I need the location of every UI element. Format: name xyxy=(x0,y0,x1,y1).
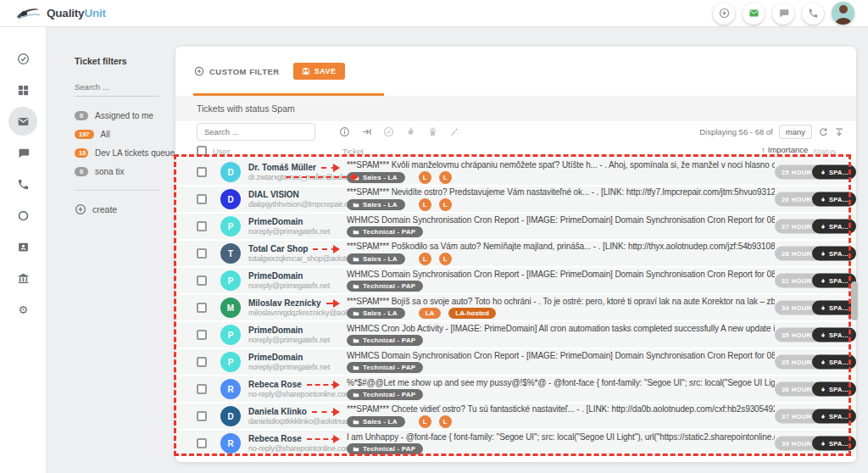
sidebar-item-chats[interactable] xyxy=(8,138,37,167)
column-header-ticket[interactable]: Ticket xyxy=(333,147,761,156)
row-checkbox[interactable] xyxy=(197,384,207,394)
filter-item[interactable]: 0 Assigned to me xyxy=(75,109,167,123)
toolbar-resolve-button[interactable] xyxy=(383,126,394,137)
ticket-subject[interactable]: ***SPAM*** Nevidíte ostro? Predstavujeme… xyxy=(347,187,775,197)
row-checkbox[interactable] xyxy=(197,221,207,231)
ticket-subject[interactable]: WHMCS Domain Synchronisation Cron Report… xyxy=(347,351,775,360)
ticket-row[interactable]: D DIAL VISION dialqxjythhvision@lmpcrepa… xyxy=(175,186,856,214)
tag-badge[interactable]: L xyxy=(439,171,452,184)
user-name[interactable]: PrimeDomain xyxy=(248,271,303,281)
row-checkbox[interactable] xyxy=(197,303,207,313)
ticket-subject[interactable]: WHMCS Domain Synchronisation Cron Report… xyxy=(347,215,775,225)
page-count-button[interactable]: many xyxy=(779,125,812,139)
tag-badge[interactable]: L xyxy=(419,198,431,211)
user-name[interactable]: PrimeDomain xyxy=(248,326,303,335)
ticket-row[interactable]: P PrimeDomain noreply@primegatefx.net WH… xyxy=(175,349,856,376)
row-checkbox[interactable] xyxy=(197,330,207,340)
ticket-filters-panel: Ticket filters 0 Assigned to me 197 All … xyxy=(47,27,175,473)
column-header-importance[interactable]: ↑ Importance xyxy=(761,145,808,158)
sidebar-item-to-solve[interactable] xyxy=(8,44,37,73)
folder-icon xyxy=(353,202,359,209)
top-phone-button[interactable] xyxy=(802,3,824,25)
create-filter-button[interactable]: create xyxy=(75,203,167,215)
ticket-subject[interactable]: ***SPAM*** Chcete vidieť ostro? Tu sú fa… xyxy=(347,404,775,414)
ticket-subject[interactable]: %*$#@@Let me show up and see my pussy@!$… xyxy=(347,378,775,387)
row-checkbox[interactable] xyxy=(197,411,207,421)
filters-search-input[interactable] xyxy=(75,81,159,97)
tag-badge[interactable]: L xyxy=(439,198,452,211)
row-checkbox[interactable] xyxy=(197,275,207,286)
filter-label: Dev LA tickets queue • xyxy=(95,148,180,158)
row-checkbox[interactable] xyxy=(197,194,207,204)
ticket-subject[interactable]: I am Unhappy - @font-face { font-family:… xyxy=(347,432,775,442)
tag-badge[interactable]: L xyxy=(419,253,431,265)
ticket-subject[interactable]: ***SPAM*** Bojíš sa o svoje auto? Toto h… xyxy=(347,297,775,306)
ticket-search-input[interactable] xyxy=(197,123,315,141)
ticket-row[interactable]: P PrimeDomain noreply@primegatefx.net WH… xyxy=(175,214,856,241)
tag-badge[interactable]: L xyxy=(419,171,431,184)
tag-badge[interactable]: L xyxy=(419,415,431,428)
user-name[interactable]: Total Car Shop xyxy=(248,244,308,253)
filter-item[interactable]: 10 Dev LA tickets queue • xyxy=(75,146,167,160)
scrollbar-thumb[interactable] xyxy=(851,281,858,320)
ticket-badges: Sales - LA LL xyxy=(347,171,775,184)
user-name[interactable]: Rebeca Rose xyxy=(248,380,302,389)
top-add-button[interactable] xyxy=(713,3,735,25)
top-bar: QualityUnit xyxy=(0,0,868,27)
sidebar-item-online-visitors[interactable] xyxy=(8,201,37,230)
column-header-user[interactable]: User xyxy=(207,147,333,156)
user-name[interactable]: Dr. Tomáš Müller xyxy=(248,163,316,172)
select-all-checkbox[interactable] xyxy=(197,146,207,156)
user-name[interactable]: PrimeDomain xyxy=(248,353,303,362)
row-checkbox[interactable] xyxy=(197,357,207,367)
toolbar-info-button[interactable] xyxy=(339,126,350,137)
top-email-button[interactable] xyxy=(743,3,765,25)
tag-badge[interactable]: LA-hosted xyxy=(448,308,496,319)
tag-list: LL xyxy=(419,198,452,211)
tag-badge[interactable]: L xyxy=(439,253,452,265)
ticket-row[interactable]: R Rebeca Rose no-reply@sharepointonline.… xyxy=(175,376,856,403)
toolbar-merge-button[interactable] xyxy=(449,126,460,137)
save-button[interactable]: SAVE xyxy=(293,63,345,80)
row-checkbox[interactable] xyxy=(197,167,207,177)
ticket-row[interactable]: P PrimeDomain noreply@primegatefx.net WH… xyxy=(175,268,856,295)
tag-badge[interactable]: L xyxy=(439,415,452,428)
sidebar-item-settings[interactable] xyxy=(8,295,37,324)
row-checkbox[interactable] xyxy=(197,438,207,448)
sidebar-item-dashboard[interactable] xyxy=(8,75,37,104)
user-name[interactable]: Rebeca Rose xyxy=(248,434,302,443)
tab-custom-filter[interactable]: CUSTOM FILTER xyxy=(194,66,280,76)
top-chat-button[interactable] xyxy=(772,3,794,25)
sidebar-item-contacts[interactable] xyxy=(8,232,37,261)
sidebar-item-companies[interactable] xyxy=(8,264,37,292)
user-name[interactable]: Daniela Klinko xyxy=(248,407,307,416)
filter-item[interactable]: 0 sona tix xyxy=(75,164,167,179)
row-checkbox[interactable] xyxy=(197,248,207,259)
toolbar-forward-button[interactable] xyxy=(361,126,372,137)
export-icon[interactable] xyxy=(834,127,844,137)
ticket-row[interactable]: T Total Car Shop totalgwxzqkmcar_shop@ao… xyxy=(175,241,856,268)
toolbar-spam-button[interactable] xyxy=(405,126,416,137)
ticket-row[interactable]: D Daniela Klinko danielatkxptkkklinko@ao… xyxy=(175,403,856,431)
toolbar-delete-button[interactable] xyxy=(427,126,438,137)
column-header-status[interactable]: Status xyxy=(813,147,836,156)
refresh-icon[interactable] xyxy=(818,127,828,137)
user-cell: PrimeDomain noreply@primegatefx.net xyxy=(248,268,347,293)
user-name[interactable]: Miloslav Reznícky xyxy=(248,298,321,308)
user-name[interactable]: PrimeDomain xyxy=(248,217,303,226)
sidebar-item-tickets[interactable] xyxy=(8,107,37,136)
ticket-row[interactable]: R Rebeca Rose no-reply@sharepointonline.… xyxy=(175,431,856,458)
ticket-row[interactable]: P PrimeDomain noreply@primegatefx.net WH… xyxy=(175,322,856,349)
ticket-row[interactable]: M Miloslav Reznícky miloslavmrgdqzkrezni… xyxy=(175,295,856,322)
ticket-subject[interactable]: WHMCS Domain Synchronisation Cron Report… xyxy=(347,270,775,279)
ticket-subject[interactable]: ***SPAM*** Kvôli manželovmu chrápaniu ne… xyxy=(347,160,775,170)
ticket-row[interactable]: D Dr. Tomáš Müller dr.zwtarxgtomas_mulle… xyxy=(175,159,856,186)
user-name[interactable]: DIAL VISION xyxy=(248,190,299,199)
user-avatar[interactable] xyxy=(832,2,854,25)
tag-badge[interactable]: LA xyxy=(419,308,442,319)
user-email: noreply@primegatefx.net xyxy=(248,227,347,236)
filter-item[interactable]: 197 All xyxy=(75,127,167,142)
ticket-subject[interactable]: ***SPAM*** Poškodilo sa Vám auto? Nemíňa… xyxy=(347,242,775,251)
sidebar-item-calls[interactable] xyxy=(8,170,37,198)
ticket-subject[interactable]: WHMCS Cron Job Activity - [IMAGE: PrimeD… xyxy=(347,324,775,333)
